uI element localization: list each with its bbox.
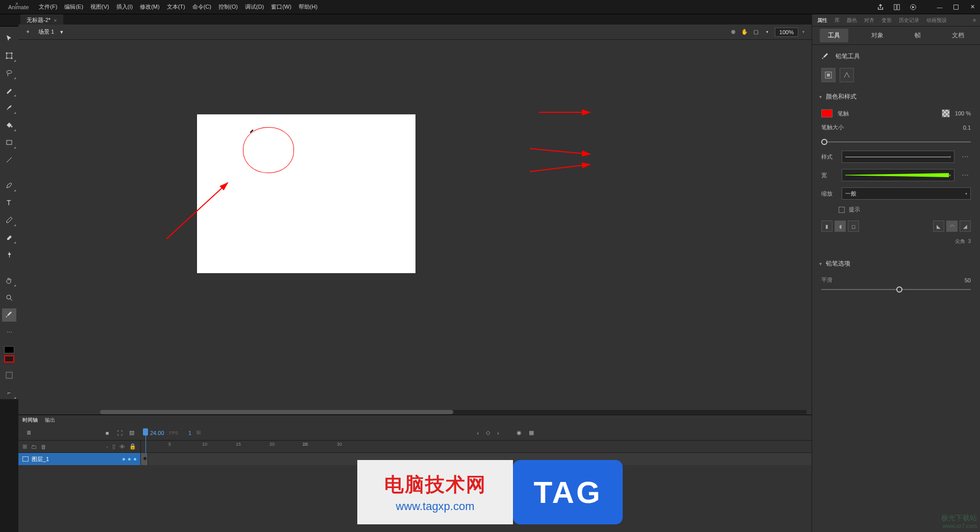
more-tools-icon[interactable]: ⋯ (2, 326, 16, 339)
frames-ruler[interactable]: 1s 5 10 15 20 25 30 (141, 441, 812, 452)
menu-file[interactable]: 文件(F) (39, 3, 57, 11)
hand-tool[interactable] (2, 274, 16, 287)
menu-insert[interactable]: 插入(I) (116, 3, 133, 11)
tab-transform[interactable]: 变形 (880, 17, 893, 24)
subtab-object[interactable]: 对象 (863, 29, 892, 42)
menu-command[interactable]: 命令(C) (192, 3, 211, 11)
slider-thumb[interactable] (896, 286, 902, 293)
scale-dropdown[interactable]: 一般 ▾ (842, 187, 971, 200)
menu-text[interactable]: 文本(T) (167, 3, 185, 11)
zoom-chevron-icon[interactable]: ▾ (802, 30, 804, 34)
scene-selector[interactable]: 场景 1 ▼ (38, 28, 64, 36)
add-layer-icon[interactable]: ⊞ (22, 443, 27, 450)
smooth-value[interactable]: 50 (965, 277, 971, 283)
line-tool[interactable] (2, 153, 16, 166)
classic-brush-tool[interactable] (2, 101, 16, 114)
options-icon[interactable]: ⌐ (2, 386, 16, 399)
subtab-frame[interactable]: 帧 (906, 29, 929, 42)
camera-icon[interactable]: ■ (103, 429, 111, 437)
zoom-tool[interactable] (2, 291, 16, 304)
share-icon[interactable] (877, 4, 884, 11)
menu-control[interactable]: 控制(O) (218, 3, 238, 11)
lasso-tool[interactable] (2, 66, 16, 80)
join-bevel-icon[interactable]: ◢ (960, 221, 971, 232)
free-transform-tool[interactable] (2, 49, 16, 62)
stroke-size-value[interactable]: 0.1 (963, 125, 971, 131)
rectangle-tool[interactable] (2, 136, 16, 149)
tab-output[interactable]: 输出 (45, 417, 55, 424)
tab-properties[interactable]: 属性 (816, 17, 828, 24)
style-dropdown[interactable]: ▾ (842, 151, 954, 163)
layer-cell[interactable]: 图层_1 (18, 453, 141, 465)
tab-close-icon[interactable]: × (54, 17, 57, 23)
tab-timeline[interactable]: 时间轴 (22, 417, 38, 424)
cap-butt-icon[interactable]: ▮ (821, 221, 832, 232)
insert-key-icon[interactable]: ◇ (486, 429, 490, 436)
menu-modify[interactable]: 修改(M) (140, 3, 160, 11)
menu-view[interactable]: 视图(V) (90, 3, 109, 11)
frames-cell[interactable] (141, 453, 812, 465)
width-dropdown[interactable]: ▾ (842, 169, 954, 181)
stage[interactable] (197, 114, 415, 273)
corner-close-icon[interactable]: × (15, 1, 18, 7)
subtab-document[interactable]: 文档 (944, 29, 972, 42)
eyedropper-tool[interactable] (2, 213, 16, 227)
next-key-icon[interactable]: › (497, 430, 499, 436)
cap-square-icon[interactable]: ◻ (848, 221, 859, 232)
clip-icon[interactable]: ▢ (752, 29, 760, 36)
eraser-tool[interactable] (2, 231, 16, 244)
fill-color-swatch[interactable] (4, 355, 14, 362)
tab-library[interactable]: 库 (834, 17, 841, 24)
keyframe[interactable] (143, 457, 146, 460)
frame-value[interactable]: 1 (188, 430, 191, 436)
outline-icon[interactable]: ▯ (112, 443, 115, 450)
lock-icon[interactable]: 🔒 (129, 443, 136, 450)
layers-icon[interactable]: ≣ (24, 429, 33, 437)
menu-edit[interactable]: 编辑(E) (64, 3, 83, 11)
canvas-area[interactable] (18, 40, 812, 415)
pencil-tool[interactable] (2, 308, 16, 322)
stroke-size-slider[interactable] (812, 134, 980, 148)
menu-debug[interactable]: 调试(D) (245, 3, 264, 11)
tab-align[interactable]: 对齐 (863, 17, 875, 24)
tab-color[interactable]: 颜色 (846, 17, 858, 24)
workspace-icon[interactable] (893, 4, 900, 11)
stroke-color-chip[interactable] (821, 109, 832, 117)
highlight-icon[interactable]: ◦ (106, 444, 108, 450)
delete-layer-icon[interactable]: 🗑 (41, 444, 46, 450)
maximize-icon[interactable] (952, 4, 960, 11)
visibility-icon[interactable]: 👁 (119, 444, 125, 450)
menu-window[interactable]: 窗口(W) (271, 3, 291, 11)
hint-checkbox[interactable] (839, 207, 845, 213)
hint-row[interactable]: 提示 (812, 203, 980, 216)
onion-skin-icon[interactable]: ▧ (128, 429, 136, 437)
brush-tool[interactable] (2, 84, 16, 97)
scene-back-icon[interactable]: ✦ (26, 29, 30, 35)
layer-depth-icon[interactable]: ⛶ (115, 429, 124, 437)
join-miter-icon[interactable]: ◣ (933, 221, 944, 232)
merge-drawing-icon[interactable] (840, 68, 854, 82)
onion-icon[interactable]: ◉ (517, 429, 522, 436)
cap-round-icon[interactable]: ◖ (835, 221, 846, 232)
object-drawing-icon[interactable] (821, 68, 836, 82)
width-options-icon[interactable]: ⋯ (960, 171, 971, 179)
join-round-icon[interactable]: ◠ (946, 221, 958, 232)
style-options-icon[interactable]: ⋯ (960, 153, 971, 161)
section-color-style[interactable]: ▾ 颜色和样式 (812, 87, 980, 106)
play-icon[interactable] (910, 4, 917, 11)
canvas-hscrollbar[interactable] (100, 410, 806, 414)
playhead[interactable] (143, 428, 148, 453)
subtab-tool[interactable]: 工具 (820, 29, 848, 42)
panel-menu-icon[interactable]: ≡ (973, 17, 976, 23)
menu-help[interactable]: 帮助(H) (299, 3, 317, 11)
add-folder-icon[interactable]: 🗀 (31, 444, 37, 450)
prev-key-icon[interactable]: ‹ (477, 430, 479, 436)
layer-highlight-dot[interactable] (122, 458, 125, 461)
zoom-input[interactable]: 100% (775, 28, 798, 37)
slider-thumb[interactable] (821, 139, 827, 145)
tab-anim-preset[interactable]: 动画预设 (925, 17, 948, 24)
layer-lock-dot[interactable] (134, 458, 136, 461)
swap-colors-icon[interactable] (2, 369, 16, 382)
rotate-icon[interactable]: ✋ (741, 29, 748, 36)
fps-value[interactable]: 24.00 (150, 430, 164, 436)
